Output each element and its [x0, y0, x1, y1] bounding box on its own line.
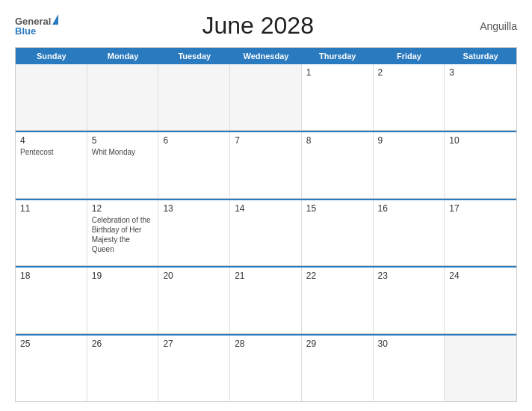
cell-w5-tue: 27 [158, 336, 230, 401]
cell-w4-thu: 22 [302, 268, 374, 333]
cell-w5-thu: 29 [302, 336, 374, 401]
cell-w4-sat: 24 [445, 268, 516, 333]
day-8: 8 [306, 135, 368, 146]
cell-w2-thu: 8 [302, 132, 374, 198]
day-6: 6 [163, 135, 225, 146]
cell-w1-wed [230, 64, 302, 130]
logo-general-text: General [15, 16, 51, 26]
day-3: 3 [449, 67, 512, 78]
calendar-body: 1 2 3 4 Pentecost 5 Whit Monday [16, 64, 516, 401]
event-whit-monday: Whit Monday [92, 148, 135, 156]
day-2: 2 [378, 67, 440, 78]
cell-w4-sun: 18 [16, 268, 87, 333]
logo-blue-text: Blue [15, 26, 36, 36]
week-4: 18 19 20 21 22 23 24 [16, 266, 516, 334]
day-12: 12 [92, 203, 154, 214]
event-queen-birthday: Celebration of the Birthday of Her Majes… [92, 216, 151, 253]
calendar-header: Sunday Monday Tuesday Wednesday Thursday… [16, 48, 516, 64]
day-4: 4 [20, 135, 82, 146]
day-11: 11 [20, 203, 82, 214]
cell-w2-sun: 4 Pentecost [16, 132, 87, 198]
col-tuesday: Tuesday [158, 48, 230, 64]
day-1: 1 [306, 67, 368, 78]
cell-w5-mon: 26 [87, 336, 159, 401]
day-29: 29 [306, 339, 368, 349]
cell-w5-wed: 28 [230, 336, 302, 401]
cell-w2-mon: 5 Whit Monday [87, 132, 159, 198]
day-25: 25 [20, 339, 82, 349]
event-pentecost: Pentecost [20, 148, 53, 156]
day-10: 10 [449, 135, 512, 146]
day-16: 16 [378, 203, 440, 214]
day-28: 28 [235, 339, 297, 349]
week-3: 11 12 Celebration of the Birthday of Her… [16, 199, 516, 267]
cell-w5-sat [445, 336, 516, 401]
page-title: June 2028 [58, 12, 457, 40]
col-monday: Monday [87, 48, 159, 64]
page: General Blue June 2028 Anguilla Sunday M… [0, 0, 532, 411]
day-26: 26 [92, 339, 154, 349]
col-friday: Friday [374, 48, 445, 64]
cell-w3-thu: 15 [302, 200, 374, 266]
cell-w5-sun: 25 [16, 336, 87, 401]
cell-w4-fri: 23 [374, 268, 445, 333]
cell-w1-fri: 2 [374, 64, 445, 130]
week-2: 4 Pentecost 5 Whit Monday 6 7 8 9 [16, 131, 516, 199]
day-5: 5 [92, 135, 154, 146]
cell-w5-fri: 30 [374, 336, 445, 401]
cell-w4-mon: 19 [87, 268, 159, 333]
col-wednesday: Wednesday [230, 48, 302, 64]
day-15: 15 [306, 203, 368, 214]
cell-w2-wed: 7 [230, 132, 302, 198]
day-23: 23 [378, 271, 440, 281]
cell-w3-tue: 13 [158, 200, 230, 266]
cell-w2-sat: 10 [445, 132, 516, 198]
day-17: 17 [449, 203, 512, 214]
cell-w3-fri: 16 [374, 200, 445, 266]
cell-w1-mon [87, 64, 159, 130]
col-thursday: Thursday [302, 48, 374, 64]
cell-w1-sat: 3 [445, 64, 516, 130]
day-21: 21 [235, 271, 297, 281]
cell-w1-sun [16, 64, 87, 130]
day-27: 27 [163, 339, 225, 349]
cell-w3-mon: 12 Celebration of the Birthday of Her Ma… [87, 200, 159, 266]
week-5: 25 26 27 28 29 30 [16, 334, 516, 401]
logo: General Blue [15, 16, 58, 36]
logo-triangle-icon [52, 14, 58, 25]
day-13: 13 [163, 203, 225, 214]
day-22: 22 [306, 271, 368, 281]
cell-w4-wed: 21 [230, 268, 302, 333]
day-20: 20 [163, 271, 225, 281]
cell-w2-tue: 6 [158, 132, 230, 198]
cell-w1-tue [158, 64, 230, 130]
day-30: 30 [378, 339, 440, 349]
calendar: Sunday Monday Tuesday Wednesday Thursday… [15, 47, 517, 402]
cell-w4-tue: 20 [158, 268, 230, 333]
cell-w3-sun: 11 [16, 200, 87, 266]
col-saturday: Saturday [445, 48, 516, 64]
day-18: 18 [20, 271, 82, 281]
header: General Blue June 2028 Anguilla [15, 12, 517, 40]
col-sunday: Sunday [16, 48, 87, 64]
day-19: 19 [92, 271, 154, 281]
week-1: 1 2 3 [16, 64, 516, 131]
cell-w2-fri: 9 [374, 132, 445, 198]
cell-w3-wed: 14 [230, 200, 302, 266]
region-label: Anguilla [457, 20, 517, 32]
cell-w1-thu: 1 [302, 64, 374, 130]
day-14: 14 [235, 203, 297, 214]
cell-w3-sat: 17 [445, 200, 516, 266]
day-24: 24 [449, 271, 512, 281]
day-7: 7 [235, 135, 297, 146]
day-9: 9 [378, 135, 440, 146]
